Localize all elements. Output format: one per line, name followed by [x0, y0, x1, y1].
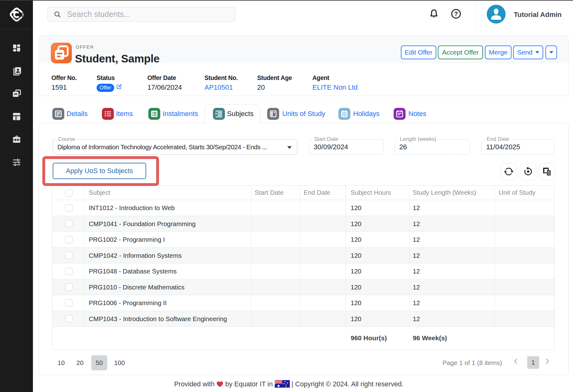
svg-text:?: ? — [454, 11, 458, 17]
